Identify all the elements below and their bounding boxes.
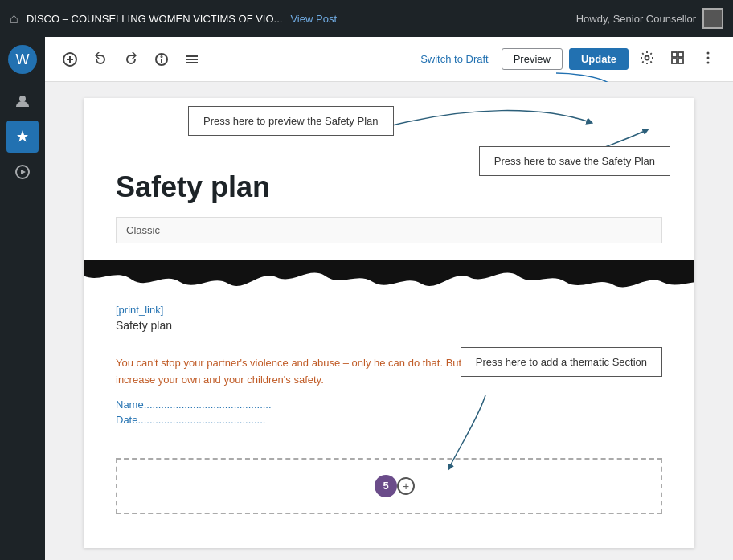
update-button[interactable]: Update — [569, 48, 629, 70]
badge-number: 5 — [375, 475, 397, 497]
view-post-link[interactable]: View Post — [290, 13, 337, 25]
svg-point-17 — [707, 51, 710, 54]
torn-edge-top — [84, 260, 694, 296]
print-link[interactable]: [print_link] — [116, 304, 662, 316]
menu-button[interactable] — [180, 47, 204, 72]
wp-sidebar: W — [0, 37, 45, 560]
classic-bar: Classic — [116, 217, 662, 243]
block-editor-icon[interactable] — [665, 46, 690, 73]
redo-button[interactable] — [119, 47, 143, 72]
thematic-callout-text: Press here to add a thematic Section — [476, 356, 647, 368]
admin-bar: ⌂ DISCO – COUNSELLING WOMEN VICTIMS OF V… — [0, 0, 733, 37]
add-section-box[interactable]: 5 + — [116, 458, 662, 514]
info-button[interactable] — [149, 47, 174, 72]
svg-point-19 — [707, 61, 710, 63]
preview-callout[interactable]: Press here to preview the Safety Plan — [188, 106, 394, 136]
wp-logo-icon[interactable]: W — [8, 45, 37, 74]
svg-rect-13 — [672, 52, 677, 57]
editor-main: Press here to preview the Safety Plan Pr… — [45, 82, 733, 560]
editor-canvas: Press here to preview the Safety Plan Pr… — [84, 98, 694, 548]
plan-subtitle: Safety plan — [116, 319, 662, 332]
svg-marker-2 — [21, 170, 26, 174]
svg-point-8 — [162, 56, 162, 57]
thematic-callout[interactable]: Press here to add a thematic Section — [461, 347, 662, 377]
toolbar-right: Switch to Draft Preview Update — [414, 46, 720, 73]
editor-toolbar: Switch to Draft Preview Update — [45, 37, 733, 82]
more-options-icon[interactable] — [696, 46, 720, 73]
svg-point-12 — [645, 55, 649, 59]
svg-rect-10 — [186, 59, 198, 60]
date-field[interactable]: Date....................................… — [116, 414, 662, 426]
admin-bar-left: ⌂ DISCO – COUNSELLING WOMEN VICTIMS OF V… — [10, 10, 337, 27]
svg-rect-9 — [186, 55, 198, 57]
svg-rect-11 — [186, 62, 198, 63]
svg-point-0 — [19, 96, 26, 102]
preview-callout-text: Press here to preview the Safety Plan — [203, 115, 379, 127]
user-avatar[interactable] — [702, 8, 723, 29]
site-title: DISCO – COUNSELLING WOMEN VICTIMS OF VIO… — [27, 13, 283, 25]
toolbar-left — [58, 47, 204, 72]
add-section-plus-icon[interactable]: + — [397, 477, 415, 495]
svg-point-18 — [707, 56, 710, 59]
name-field[interactable]: Name....................................… — [116, 399, 662, 411]
svg-rect-14 — [678, 52, 683, 57]
settings-icon[interactable] — [635, 46, 659, 73]
wp-home-icon[interactable]: ⌂ — [10, 10, 18, 27]
sidebar-item-play[interactable] — [6, 156, 39, 188]
sidebar-item-avatar[interactable] — [6, 85, 39, 117]
admin-bar-right: Howdy, Senior Counsellor — [576, 8, 723, 29]
svg-rect-16 — [678, 59, 683, 63]
save-callout[interactable]: Press here to save the Safety Plan — [479, 146, 670, 176]
classic-label: Classic — [126, 224, 160, 236]
switch-to-draft-link[interactable]: Switch to Draft — [414, 50, 495, 68]
user-greeting: Howdy, Senior Counsellor — [576, 13, 696, 25]
save-callout-text: Press here to save the Safety Plan — [494, 155, 655, 167]
sidebar-item-pushpin[interactable] — [6, 121, 39, 153]
preview-button[interactable]: Preview — [502, 48, 563, 70]
add-block-button[interactable] — [58, 47, 82, 72]
svg-rect-15 — [672, 59, 677, 63]
undo-button[interactable] — [88, 47, 113, 72]
